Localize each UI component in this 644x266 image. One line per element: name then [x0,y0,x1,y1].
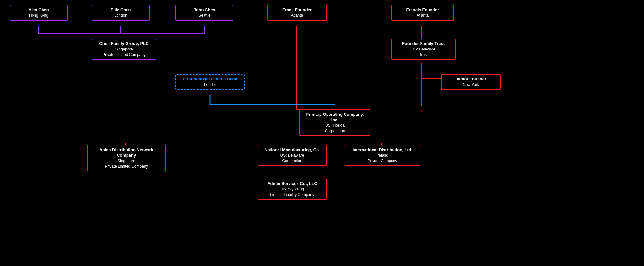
ellie-chen-sub: London [96,13,146,18]
john-chen-node: John Chen Seattle [175,5,233,21]
john-chen-sub: Seattle [179,13,230,18]
frank-founder-sub: Atlanta [271,13,323,18]
asian-distribution-sub: SingaporePrivate Limited Company [91,158,162,169]
francis-founder-sub: Atlanta [395,13,450,18]
admin-services-node: Admin Services Co., LLC US: WyomingLimit… [258,179,327,200]
francis-founder-title: Francis Founder [395,7,450,13]
national-manufacturing-sub: US: DelawareCorporation [261,153,323,164]
international-distribution-sub: IrelandPrivate Company [348,153,416,164]
first-national-bank-sub: Lender [179,82,241,87]
founder-family-trust-node: Founder Family Trust US: DelawareTrust [391,39,456,60]
asian-distribution-node: Asian Distribution Network Company Singa… [87,145,166,171]
alex-chen-node: Alex Chen Hong Kong [10,5,68,21]
founder-family-trust-sub: US: DelawareTrust [395,47,452,58]
primary-operating-sub: US: FloridaCorporation [303,123,366,134]
chen-family-sub: SingaporePrivate Limited Company [96,47,152,58]
primary-operating-title: Primary Operating Company, Inc. [303,112,366,123]
national-manufacturing-title: National Manufacturing, Co. [261,147,323,153]
international-distribution-node: International Distribution, Ltd. Ireland… [345,145,420,166]
frank-founder-node: Frank Founder Atlanta [267,5,327,21]
admin-services-title: Admin Services Co., LLC [261,181,323,187]
junior-founder-title: Junior Founder [445,77,497,82]
international-distribution-title: International Distribution, Ltd. [348,147,416,153]
francis-founder-node: Francis Founder Atlanta [391,5,454,21]
first-national-bank-title: First National Federal Bank [179,77,241,82]
john-chen-title: John Chen [179,7,230,13]
national-manufacturing-node: National Manufacturing, Co. US: Delaware… [258,145,327,166]
junior-founder-sub: New York [445,82,497,87]
ellie-chen-node: Ellie Chen London [92,5,150,21]
alex-chen-title: Alex Chen [14,7,64,13]
alex-chen-sub: Hong Kong [14,13,64,18]
asian-distribution-title: Asian Distribution Network Company [91,147,162,158]
founder-family-trust-title: Founder Family Trust [395,41,452,47]
admin-services-sub: US: WyomingLimited Liability Company [261,187,323,197]
ellie-chen-title: Ellie Chen [96,7,146,13]
chen-family-node: Chen Family Group, PLC SingaporePrivate … [92,39,156,60]
chen-family-title: Chen Family Group, PLC [96,41,152,47]
first-national-bank-node: First National Federal Bank Lender [175,74,245,90]
junior-founder-node: Junior Founder New York [441,74,501,90]
primary-operating-node: Primary Operating Company, Inc. US: Flor… [299,109,370,136]
frank-founder-title: Frank Founder [271,7,323,13]
